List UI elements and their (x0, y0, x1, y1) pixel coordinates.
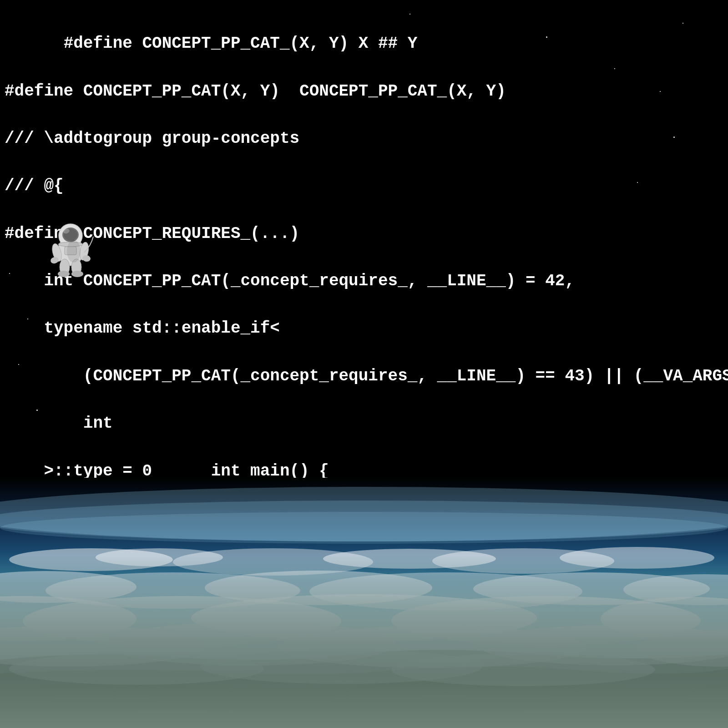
code-display: #define CONCEPT_PP_CAT_(X, Y) X ## Y #de… (5, 8, 728, 478)
code-line-3: /// \addtogroup group-concepts (5, 129, 299, 148)
code-line-1: #define CONCEPT_PP_CAT_(X, Y) X ## Y (64, 34, 418, 53)
svg-point-19 (0, 512, 728, 544)
astronaut-figure (46, 218, 96, 278)
svg-point-11 (58, 271, 70, 277)
code-line-9: int (5, 414, 113, 433)
svg-point-15 (67, 240, 81, 263)
code-section: #define CONCEPT_PP_CAT_(X, Y) X ## Y #de… (0, 0, 728, 478)
page-container: #define CONCEPT_PP_CAT_(X, Y) X ## Y #de… (0, 0, 728, 728)
code-line-2: #define CONCEPT_PP_CAT(X, Y) CONCEPT_PP_… (5, 82, 506, 101)
code-line-10: >::type = 0 int main() { (5, 462, 329, 478)
code-line-8: (CONCEPT_PP_CAT(_concept_requires_, __LI… (5, 367, 728, 385)
earth-section (0, 478, 728, 728)
earth-surface-overlay (0, 555, 728, 728)
svg-point-12 (71, 271, 83, 277)
code-line-4: /// @{ (5, 177, 64, 195)
code-line-7: typename std::enable_if< (5, 319, 280, 338)
